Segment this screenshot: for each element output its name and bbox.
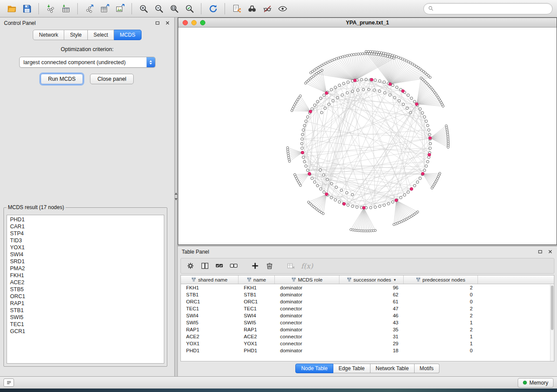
table-cell: TEC1 (181, 306, 239, 311)
share-document-button[interactable] (229, 2, 244, 15)
save-session-button[interactable] (20, 2, 34, 15)
table-panel-title: Table Panel (182, 249, 209, 255)
refresh-button[interactable] (206, 2, 220, 15)
table-cell: dominator (275, 285, 339, 290)
table-float-panel-button[interactable] (537, 249, 543, 255)
mcds-result-item[interactable]: STB5 (7, 286, 164, 293)
search-input[interactable] (436, 6, 548, 12)
mcds-result-item[interactable]: SWI5 (7, 314, 164, 321)
mcds-result-item[interactable]: ACE2 (7, 279, 164, 286)
tab-mcds[interactable]: MCDS (114, 30, 141, 40)
column-header-predecessor-nodes[interactable]: predecessor nodes (404, 275, 478, 284)
mcds-result-item[interactable]: GCR1 (7, 328, 164, 335)
table-cell: 1 (404, 320, 478, 325)
search-box (423, 3, 553, 14)
window-close-button[interactable] (183, 20, 188, 25)
network-title: YPA_prune.txt_1 (346, 20, 389, 26)
table-row[interactable]: RAP1RAP1dominator352 (181, 326, 554, 333)
mcds-result-item[interactable]: PMA2 (7, 265, 164, 272)
table-cell: 61 (339, 299, 404, 304)
export-network-icon (85, 4, 94, 14)
close-panel-button[interactable]: Close panel (90, 74, 134, 84)
float-panel-button[interactable] (154, 20, 160, 26)
scrollbar-thumb[interactable] (551, 285, 554, 330)
tab-network-table[interactable]: Network Table (370, 364, 415, 373)
column-header-successor-nodes[interactable]: successor nodes▾ (339, 275, 404, 284)
import-network-button[interactable] (43, 2, 58, 15)
mcds-result-item[interactable]: FKH1 (7, 272, 164, 279)
table-row[interactable]: STB1STB1dominator620 (181, 291, 554, 298)
control-panel-close-button[interactable] (164, 20, 170, 26)
table-cell: FKH1 (181, 285, 239, 290)
select-all-columns-button[interactable] (215, 260, 224, 272)
table-row[interactable]: ORC1ORC1dominator610 (181, 298, 554, 305)
table-row[interactable]: ACE2ACE2connector311 (181, 333, 554, 340)
column-header-shared-name[interactable]: shared name (181, 275, 239, 284)
export-network-button[interactable] (82, 2, 97, 15)
table-row[interactable]: SWI5SWI5connector431 (181, 319, 554, 326)
window-minimize-button[interactable] (191, 20, 197, 25)
optimization-criterion-select[interactable]: largest connected component (undirected) (19, 57, 156, 68)
mcds-result-item[interactable]: STB1 (7, 307, 164, 314)
network-canvas[interactable] (178, 28, 557, 244)
tab-select[interactable]: Select (88, 30, 114, 40)
panel-resize-divider[interactable] (175, 17, 178, 376)
mcds-result-item[interactable]: STP4 (7, 230, 164, 237)
show-columns-button[interactable] (201, 260, 209, 272)
refresh-icon (208, 4, 218, 14)
tab-motifs[interactable]: Motifs (415, 364, 439, 373)
zoom-out-icon (154, 4, 164, 14)
export-image-button[interactable] (113, 2, 127, 15)
table-cell: connector (275, 334, 339, 339)
column-header-name[interactable]: name (239, 275, 275, 284)
table-row[interactable]: PHD1PHD1dominator180 (181, 347, 554, 354)
mcds-result-item[interactable]: SWI4 (7, 251, 164, 258)
hide-details-button[interactable] (260, 2, 274, 15)
table-row[interactable]: SWI4SWI4dominator462 (181, 312, 554, 319)
mcds-result-item[interactable]: TID3 (7, 237, 164, 244)
table-row[interactable]: TEC1TEC1connector472 (181, 305, 554, 312)
control-panel-header: Control Panel (0, 17, 174, 28)
mcds-result-item[interactable]: PHD1 (7, 216, 164, 223)
console-icon (6, 380, 12, 385)
create-column-button[interactable] (251, 260, 259, 272)
tab-style[interactable]: Style (64, 30, 88, 40)
table-cell: 2 (404, 327, 478, 332)
zoom-fit-button[interactable] (167, 2, 181, 15)
mcds-result-item[interactable]: RAP1 (7, 300, 164, 307)
log-console-button[interactable] (3, 378, 14, 387)
export-table-button[interactable] (97, 2, 112, 15)
zoom-in-button[interactable] (136, 2, 151, 15)
table-row[interactable]: FKH1FKH1dominator962 (181, 284, 554, 291)
zoom-selected-button[interactable] (182, 2, 197, 15)
memory-button[interactable]: Memory (518, 378, 554, 388)
table-scrollbar[interactable] (550, 285, 554, 361)
share-document-icon (232, 4, 242, 14)
show-details-button[interactable] (275, 2, 290, 15)
delete-table-icon (287, 261, 295, 270)
tab-edge-table[interactable]: Edge Table (333, 364, 370, 373)
window-maximize-button[interactable] (200, 20, 205, 25)
tab-node-table[interactable]: Node Table (295, 364, 333, 373)
find-button[interactable] (245, 2, 259, 15)
table-row[interactable]: YOX1YOX1connector291 (181, 340, 554, 347)
table-cell: 43 (339, 320, 404, 325)
table-cell: STB1 (239, 292, 275, 297)
mcds-result-item[interactable]: YOX1 (7, 244, 164, 251)
table-cell: SWI4 (239, 313, 275, 318)
zoom-out-button[interactable] (152, 2, 166, 15)
open-session-button[interactable] (4, 2, 19, 15)
table-options-button[interactable] (186, 260, 195, 272)
delete-columns-button[interactable] (265, 260, 274, 272)
mcds-result-item[interactable]: ORC1 (7, 293, 164, 300)
table-cell: YOX1 (239, 341, 275, 346)
mcds-result-item[interactable]: TEC1 (7, 321, 164, 328)
column-header-MCDS-role[interactable]: MCDS role (275, 275, 339, 284)
table-panel-close-button[interactable] (547, 249, 553, 255)
tab-network[interactable]: Network (33, 30, 64, 40)
mcds-result-item[interactable]: SRD1 (7, 258, 164, 265)
mcds-result-item[interactable]: CAR1 (7, 223, 164, 230)
unselect-all-columns-button[interactable] (229, 260, 238, 272)
import-table-button[interactable] (59, 2, 73, 15)
run-mcds-button[interactable]: Run MCDS (41, 74, 83, 84)
